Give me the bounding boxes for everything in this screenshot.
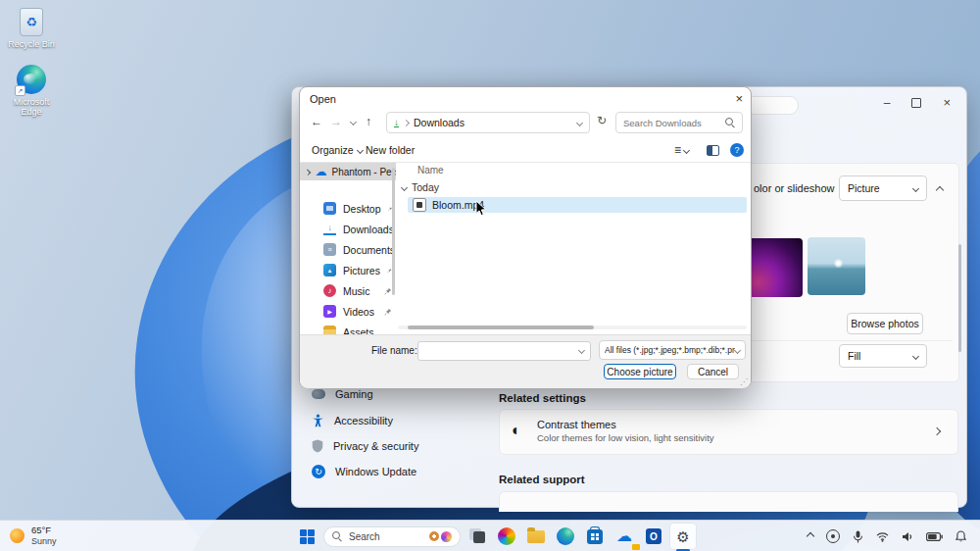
close-icon[interactable]: × [735,91,743,106]
address-bar[interactable]: ↓ Downloads [386,112,590,133]
chevron-down-icon [912,184,919,191]
file-name-combo[interactable] [417,340,591,360]
minimize-icon[interactable]: – [884,96,891,110]
horizontal-scrollbar-track[interactable] [398,326,747,329]
contrast-themes-card[interactable]: ◐ Contrast themes Color themes for low v… [499,409,958,455]
file-row-bloom-mp4[interactable]: Bloom.mp4 [408,197,747,213]
contrast-themes-icon: ◐ [512,422,521,439]
forward-icon[interactable]: → [330,115,342,128]
file-type-select[interactable]: All files (*.jpg;*.jpeg;*.bmp;*.dib;*.pn… [599,340,746,360]
taskbar-search[interactable]: Search [323,526,461,547]
wallpaper-thumbnail-light-landscape[interactable] [808,237,865,295]
speaker-icon[interactable] [902,531,913,542]
windows-logo-icon [300,529,315,544]
cloud-badge [632,544,640,550]
sidebar-item-music[interactable]: ♪ Music [300,280,396,301]
pictures-folder-icon: ▲ [323,264,336,276]
recycle-bin-icon: ♻ [20,8,43,36]
desktop-icon-edge[interactable]: ↗ Microsoft Edge [2,65,61,118]
documents-folder-icon: ≡ [323,243,336,256]
sidebar-item-desktop[interactable]: Desktop [300,198,396,219]
close-icon[interactable]: × [943,95,951,110]
wifi-icon[interactable] [876,531,889,542]
sun-glow [834,259,843,268]
sidebar-scrollbar[interactable] [392,168,395,295]
file-explorer-button[interactable] [523,524,549,549]
downloads-folder-icon: ↓ [323,224,336,235]
game-bar-icon[interactable] [826,529,840,543]
related-support-card[interactable] [499,491,958,512]
gear-icon: ⚙ [676,529,689,544]
hidden-icons-chevron-icon[interactable] [807,532,814,540]
sidebar-item-documents[interactable]: ≡ Documents [300,239,396,260]
browse-photos-button[interactable]: Browse photos [847,313,923,334]
up-icon[interactable]: ↑ [366,115,371,128]
group-header-today[interactable]: Today [402,181,439,193]
cloud-icon: ☁ [616,528,632,544]
file-name-label: File name: [371,345,417,356]
task-view-button[interactable] [465,524,490,549]
search-box[interactable] [615,112,743,133]
cancel-button[interactable]: Cancel [687,364,739,379]
media-file-icon [413,198,426,212]
sidebar-item-videos[interactable]: ▶ Videos [300,301,396,322]
settings-scrollbar[interactable] [958,244,961,352]
refresh-icon[interactable]: ↻ [597,114,607,127]
store-button[interactable] [582,524,608,549]
chevron-down-icon [912,352,919,359]
sidebar-item-assets[interactable]: Assets [300,322,396,334]
new-folder-button[interactable]: New folder [366,144,415,156]
sidebar-item-windows-update[interactable]: ↻ Windows Update [312,465,416,478]
weather-widget[interactable]: 65°F Sunny [0,526,186,546]
desktop: ♻ Recycle Bin ↗ Microsoft Edge – × olor … [0,0,980,551]
column-header-name[interactable]: Name [417,165,444,175]
organize-button[interactable]: Organize [312,144,363,156]
onedrive-button[interactable]: ☁ [612,524,637,549]
back-icon[interactable]: ← [311,115,322,128]
sidebar-item-gaming[interactable]: Gaming [312,388,373,400]
search-icon [725,118,735,127]
edge-button[interactable] [553,524,578,549]
preview-pane-icon[interactable] [707,145,719,156]
copilot-button[interactable] [494,524,519,549]
view-mode-button[interactable]: ≡ [674,143,689,157]
related-settings-heading: Related settings [499,392,586,404]
horizontal-scrollbar-thumb[interactable] [408,326,594,329]
recent-locations-chevron-icon[interactable] [350,119,357,125]
resize-grip[interactable]: ⋰ [740,377,748,386]
chevron-down-icon [357,146,364,153]
sidebar-item-onedrive[interactable]: ☁ Phantom - Perso [300,163,396,180]
open-dialog: Open × ← → ↑ ↓ Downloads ↻ Organize New … [299,86,752,388]
microphone-icon[interactable] [853,530,863,543]
sidebar-item-accessibility[interactable]: Accessibility [312,414,393,427]
battery-icon[interactable] [926,532,943,541]
choose-picture-button[interactable]: Choose picture [604,364,676,379]
sidebar-item-pictures[interactable]: ▲ Pictures [300,260,396,280]
help-icon[interactable]: ? [730,143,744,157]
settings-button-active[interactable]: ⚙ [670,524,696,549]
expand-chevron-icon[interactable] [305,169,312,175]
sidebar-item-privacy-security[interactable]: Privacy & security [312,439,418,453]
sidebar-item-downloads[interactable]: ↓ Downloads [300,219,396,239]
fit-select[interactable]: Fill [839,344,927,368]
pin-icon[interactable] [384,308,392,316]
outlook-button[interactable]: O [641,524,666,549]
picture-select[interactable]: Picture [839,175,927,201]
edge-label: Microsoft Edge [2,97,61,118]
group-collapse-chevron-icon [401,183,408,190]
chevron-right-icon [933,427,941,435]
search-input[interactable] [623,118,721,128]
onedrive-label: Phantom - Perso [331,167,396,177]
search-icon [332,531,342,541]
weather-temp: 65°F [31,526,57,536]
sun-icon [10,528,24,543]
notifications-bell-icon[interactable] [956,530,966,542]
related-support-heading: Related support [499,474,585,485]
file-name-input[interactable] [417,341,591,361]
desktop-icon-recycle-bin[interactable]: ♻ Recycle Bin [2,8,61,49]
windows-update-icon: ↻ [312,465,325,478]
pin-icon[interactable] [384,287,392,295]
address-dropdown-chevron-icon[interactable] [576,119,583,125]
maximize-icon[interactable] [911,98,921,108]
start-button[interactable] [294,524,319,549]
